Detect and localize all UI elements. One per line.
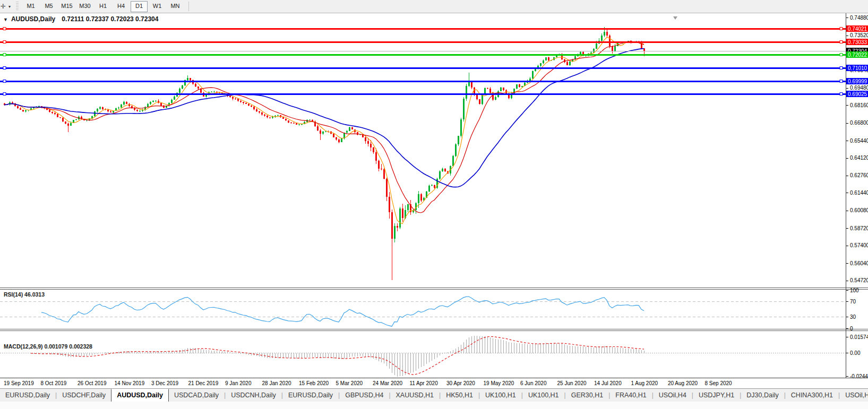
chart-tab-eurusd-daily[interactable]: EURUSD,Daily [283,390,338,401]
hline-handle [3,80,6,83]
terminal-edge-strip [0,402,868,409]
chart-tab-usdcnh-daily[interactable]: USDCNH,Daily [226,390,281,401]
chart-tab-uk100-h1[interactable]: UK100,H1 [523,390,564,401]
timeframe-button-m1[interactable]: M1 [22,1,39,12]
hline-handle [3,54,6,56]
svg-text:0.71010: 0.71010 [848,65,867,71]
svg-text:8 Oct 2019: 8 Oct 2019 [41,380,67,386]
chart-tab-usdchf-daily[interactable]: USDCHF,Daily [57,390,111,401]
chart-tab-bar: EURUSD,Daily|USDCHF,DailyAUDUSD,DailyUSD… [0,388,868,402]
hline-handle [840,67,843,69]
svg-text:0.74021: 0.74021 [848,26,867,32]
timeframe-button-h1[interactable]: H1 [94,1,111,12]
chart-tab-hk50-h1[interactable]: HK50,H1 [441,390,478,401]
timeframe-button-m15[interactable]: M15 [58,1,75,12]
svg-text:28 Jan 2020: 28 Jan 2020 [262,380,291,386]
svg-text:19 Sep 2019: 19 Sep 2019 [4,380,34,386]
price-chart-canvas[interactable]: 0.748800.735200.721600.708400.694800.681… [0,13,868,388]
price-label-0.71010: 0.71010 [846,65,868,71]
svg-text:0.69999: 0.69999 [848,79,867,84]
svg-text:14 Jul 2020: 14 Jul 2020 [594,380,622,386]
svg-text:25 Jun 2020: 25 Jun 2020 [557,380,587,386]
timeframe-button-mn[interactable]: MN [167,1,184,12]
svg-text:0.015741: 0.015741 [850,334,868,340]
svg-text:0.62760: 0.62760 [850,172,868,178]
chart-window: 0.748800.735200.721600.708400.694800.681… [0,13,868,388]
chart-tab-uk100-h1[interactable]: UK100,H1 [480,390,521,401]
chart-tab-usoil-h1[interactable]: USOil,H1 [840,390,868,401]
price-label-0.74021: 0.74021 [846,25,868,32]
svg-text:6 Jun 2020: 6 Jun 2020 [520,380,547,386]
chart-tab-eurusd-daily[interactable]: EURUSD,Daily [0,390,55,401]
chart-tab-xauusd-h1[interactable]: XAUUSD,H1 [391,390,440,401]
macd-indicator-label: MACD(12,26,9) 0.001079 0.002328 [4,343,92,350]
svg-text:19 May 2020: 19 May 2020 [484,380,514,386]
chart-tab-usdcad-daily[interactable]: USDCAD,Daily [169,390,224,401]
hline-handle [3,67,6,69]
svg-text:8 Sep 2020: 8 Sep 2020 [705,380,733,386]
chart-tab-audusd-daily[interactable]: AUDUSD,Daily [111,389,169,402]
svg-text:30 Apr 2020: 30 Apr 2020 [446,380,475,386]
chart-title-symbol: AUDUSD,Daily [11,15,55,23]
chart-tab-fra40-h1[interactable]: FRA40,H1 [610,390,651,401]
svg-text:0.68160: 0.68160 [850,102,868,108]
svg-text:30: 30 [850,314,856,320]
svg-text:3 Dec 2019: 3 Dec 2019 [151,380,179,386]
svg-text:-0.02441: -0.02441 [850,373,868,379]
timeframe-toolbar: ✛ ▾ M1M5M15M30H1H4D1W1MN [0,0,868,13]
chevron-down-icon[interactable]: ▾ [8,4,11,9]
svg-text:11 Apr 2020: 11 Apr 2020 [410,380,439,386]
hline-handle [3,28,6,30]
svg-text:0.69480: 0.69480 [850,85,868,91]
svg-text:0.61440: 0.61440 [850,190,868,196]
timeframe-button-m30[interactable]: M30 [76,1,93,12]
svg-text:100: 100 [850,288,859,293]
timeframe-button-h4[interactable]: H4 [113,1,130,12]
hline-handle [840,93,843,95]
svg-text:0.60080: 0.60080 [850,207,868,213]
chart-tab-usoil-h4[interactable]: USOil,H4 [654,390,692,401]
hline-handle [840,41,843,43]
chart-tab-china300-h1[interactable]: CHINA300,H1 [786,390,838,401]
timeframe-button-d1[interactable]: D1 [131,1,148,12]
svg-text:0.64120: 0.64120 [850,155,868,161]
svg-text:0.57400: 0.57400 [850,242,868,248]
svg-text:20 Aug 2020: 20 Aug 2020 [668,380,698,386]
svg-text:1 Aug 2020: 1 Aug 2020 [631,380,658,386]
cursor-tool-icon[interactable]: ✛ [0,2,8,11]
hline-handle [840,54,843,56]
chart-tab-dj30-daily[interactable]: DJ30,Daily [741,390,784,401]
price-label-0.69999: 0.69999 [846,78,868,84]
price-label-0.72022: 0.72022 [846,51,868,58]
price-label-0.73033: 0.73033 [846,39,868,45]
svg-text:21 Dec 2019: 21 Dec 2019 [188,380,219,386]
chart-title-ohlc: 0.72111 0.72337 0.72023 0.72304 [62,15,158,23]
chart-tab-usdjpy-h1[interactable]: USDJPY,H1 [693,390,740,401]
svg-text:0.73033: 0.73033 [848,39,867,45]
timeframe-button-w1[interactable]: W1 [149,1,166,12]
svg-text:26 Oct 2019: 26 Oct 2019 [78,380,107,386]
chart-tab-gbpusd-h4[interactable]: GBPUSD,H4 [340,390,389,401]
svg-text:0.56040: 0.56040 [850,260,868,266]
svg-text:0.72022: 0.72022 [848,52,867,58]
svg-text:0.54720: 0.54720 [850,277,868,283]
svg-text:0.69025: 0.69025 [848,91,867,97]
chart-tab-ger30-h1[interactable]: GER30,H1 [566,390,608,401]
svg-text:14 Nov 2019: 14 Nov 2019 [115,380,145,386]
chart-menu-triangle-icon[interactable]: ▼ [3,17,8,22]
svg-text:0.00: 0.00 [850,350,861,356]
mt4-window: ✛ ▾ M1M5M15M30H1H4D1W1MN 0.748800.735200… [0,0,868,409]
timeframe-button-m5[interactable]: M5 [40,1,57,12]
svg-text:5 Mar 2020: 5 Mar 2020 [336,380,363,386]
svg-text:70: 70 [850,299,856,304]
svg-text:0.66800: 0.66800 [850,120,868,126]
svg-text:9 Jan 2020: 9 Jan 2020 [225,380,252,386]
svg-text:0.58720: 0.58720 [850,225,868,231]
toolbar-grip-handle[interactable] [16,2,19,11]
chart-title: ▼AUDUSD,Daily0.72111 0.72337 0.72023 0.7… [3,15,158,23]
svg-text:0.65440: 0.65440 [850,138,868,144]
svg-text:0.73520: 0.73520 [850,32,868,38]
toolbar-separator [188,2,189,11]
rsi-indicator-label: RSI(14) 46.0313 [4,291,45,298]
hline-handle [3,41,6,43]
